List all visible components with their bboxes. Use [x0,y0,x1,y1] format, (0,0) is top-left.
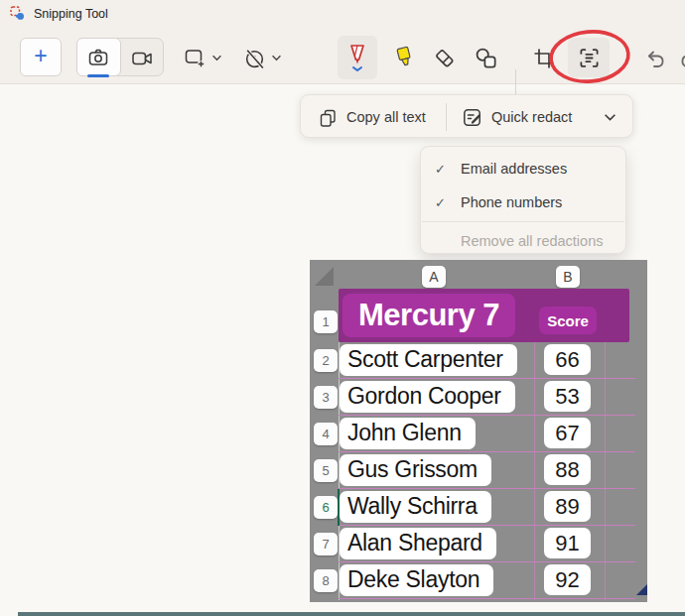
delay-button[interactable] [236,42,288,73]
copy-all-text-button[interactable]: Copy all text [309,95,436,139]
selected-mode-indicator [87,74,109,77]
select-all-corner [315,267,334,286]
shapes-icon [474,46,499,71]
table-row: Scott Carpenter 66 [339,342,635,379]
red-pen-icon [344,43,370,72]
taskbar-edge [18,612,685,616]
score-value: 88 [544,454,591,485]
row-number: 4 [314,423,338,445]
video-camera-icon [131,47,153,68]
astronaut-name: Wally Schirra [340,491,491,523]
snip-shape-button[interactable] [177,42,228,73]
table-row: John Glenn 67 [339,416,635,452]
score-column-header: Score [539,307,597,334]
checkmark-icon: ✓ [435,195,461,210]
table-row: Gus Grissom 88 [339,452,635,489]
menu-item-remove-all-redactions: Remove all redactions [421,224,625,258]
score-value: 53 [544,381,591,412]
score-value: 89 [544,491,591,522]
checkmark-icon: ✓ [435,162,461,177]
new-snip-button[interactable]: + [20,38,62,76]
menu-divider [422,221,624,222]
screenshot-mode-button[interactable] [76,38,121,76]
redo-icon [677,47,685,70]
main-toolbar: + [0,28,685,84]
snip-canvas-spreadsheet[interactable]: A B 1 2 3 4 5 6 7 8 Mercury 7 Score Scot… [310,260,647,602]
table-row: Deke Slayton 92 [339,562,635,599]
table-row: Gordon Cooper 53 [339,379,635,416]
row-number: 1 [314,310,338,333]
eraser-button[interactable] [427,42,463,75]
astronaut-name: Gordon Cooper [340,381,515,413]
table-row: Alan Shepard 91 [339,526,635,562]
active-row-indicator [338,489,340,526]
row-number: 7 [314,533,338,555]
copy-all-text-label: Copy all text [346,109,426,125]
score-value: 66 [544,344,591,375]
crop-icon [532,47,556,70]
highlighter-button[interactable] [385,40,423,75]
snipping-tool-logo-icon [10,6,26,22]
chevron-down-icon [271,55,282,62]
video-mode-button[interactable] [121,39,164,75]
text-actions-bar: Copy all text Quick redact [300,94,633,138]
window-title: Snipping Tool [34,7,108,21]
astronaut-name: John Glenn [340,418,476,449]
table-row: Wally Schirra 89 [339,489,635,526]
menu-item-label: Email addresses [461,161,567,177]
chevron-down-icon [211,55,222,62]
score-value: 67 [544,418,591,448]
range-resize-handle [636,584,647,595]
astronaut-name: Gus Grissom [340,454,491,486]
crop-button[interactable] [526,42,562,75]
highlighter-icon [391,45,417,70]
shapes-button[interactable] [469,42,504,75]
text-actions-button[interactable] [568,38,610,77]
capture-mode-toggle [76,38,164,76]
plus-icon: + [34,45,47,67]
score-value: 92 [544,564,591,595]
quick-redact-menu: ✓ Email addresses ✓ Phone numbers Remove… [420,146,626,254]
quick-redact-label: Quick redact [491,109,572,125]
column-header-a: A [422,266,446,288]
undo-icon [644,47,668,70]
menu-item-phone-numbers[interactable]: ✓ Phone numbers [421,185,625,219]
menu-item-label: Remove all redactions [461,233,603,249]
astronaut-name: Scott Carpenter [340,344,517,376]
camera-icon [87,47,109,68]
menu-item-label: Phone numbers [461,194,562,210]
menu-item-email-addresses[interactable]: ✓ Email addresses [421,152,625,185]
row-number: 6 [314,496,338,519]
bar-divider [446,103,447,131]
eraser-icon [432,46,458,71]
row-number: 3 [314,386,338,409]
ballpoint-pen-button[interactable] [338,36,377,79]
undo-button[interactable] [640,44,672,73]
quick-redact-button[interactable]: Quick redact [452,95,626,139]
chevron-down-icon[interactable] [604,113,616,122]
row-number: 2 [314,349,338,372]
sheet-title-row: Mercury 7 Score [339,289,629,342]
redo-button[interactable] [673,44,685,73]
text-actions-icon [577,46,602,70]
astronaut-name: Alan Shepard [340,528,496,559]
score-value: 91 [544,528,591,558]
row-number: 5 [314,459,338,482]
quick-redact-icon [462,107,482,128]
timer-off-icon [243,47,266,69]
sheet-title: Mercury 7 [342,294,515,337]
rectangle-shape-icon [183,46,206,69]
copy-icon [319,108,338,127]
column-header-b: B [556,266,580,288]
astronaut-name: Deke Slayton [340,564,493,596]
row-number: 8 [314,569,338,592]
title-bar: Snipping Tool [0,0,685,28]
